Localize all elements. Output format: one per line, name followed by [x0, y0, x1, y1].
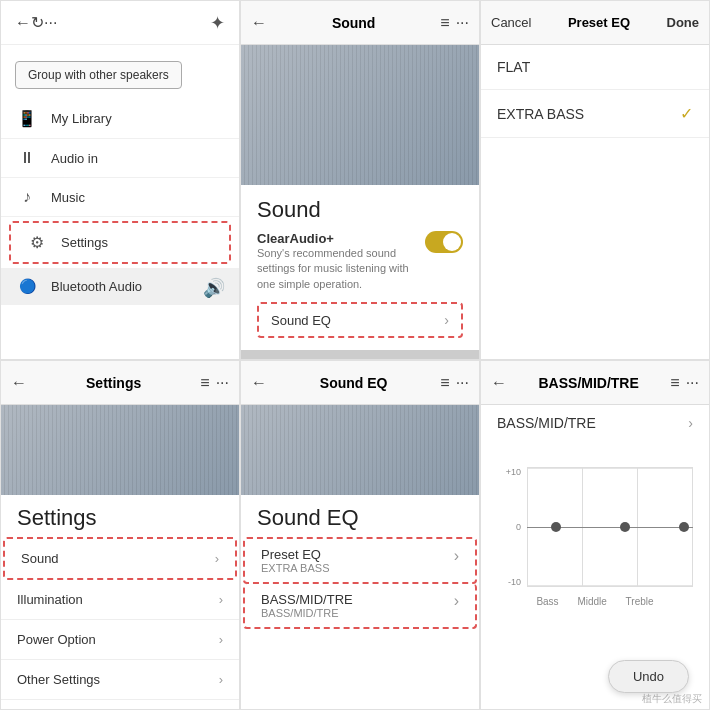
back-icon[interactable]: ← [15, 14, 31, 32]
settings-other-settings-item[interactable]: Other Settings › [1, 660, 239, 700]
settings-power-option-item[interactable]: Power Option › [1, 620, 239, 660]
sound-eq-bass-item[interactable]: BASS/MID/TRE BASS/MID/TRE › [243, 584, 477, 629]
settings-section-title: Settings [1, 495, 239, 537]
sound-eq-chevron-icon: › [444, 312, 449, 328]
sidebar-item-label: Music [51, 190, 85, 205]
sound-eq-topbar: ← Sound EQ ≡ ··· [241, 361, 479, 405]
eq-x-bass: Bass [536, 596, 558, 607]
settings-sound-chevron-icon: › [215, 551, 219, 566]
settings-back-icon[interactable]: ← [11, 374, 27, 392]
sidebar-item-music[interactable]: ♪ Music [1, 178, 239, 217]
sound-title-bar: Sound [273, 15, 434, 31]
sound-eq-preset-item[interactable]: Preset EQ EXTRA BASS › [243, 537, 477, 584]
clear-audio-label: ClearAudio+ [257, 231, 417, 246]
eq-y-labels: +10 0 -10 [497, 467, 525, 587]
settings-other-chevron-icon: › [219, 672, 223, 687]
sound-menu-icon[interactable]: ≡ [440, 14, 449, 32]
eq-handle-mid[interactable] [620, 522, 630, 532]
sidebar-item-label: Bluetooth Audio [51, 279, 142, 294]
sound-eq-background-image [241, 405, 479, 495]
sidebar-item-label: Audio in [51, 151, 98, 166]
eq-y-mid: 0 [516, 522, 521, 532]
clear-audio-desc: Sony's recommended sound settings for mu… [257, 246, 417, 292]
eq-chart: +10 0 -10 [497, 447, 693, 607]
preset-extra-bass-item[interactable]: EXTRA BASS ✓ [481, 90, 709, 138]
preset-eq-done-button[interactable]: Done [667, 15, 700, 30]
bass-mid-tre-panel: ← BASS/MID/TRE ≡ ··· BASS/MID/TRE › +10 … [480, 360, 710, 710]
eq-handle-treble[interactable] [679, 522, 689, 532]
preset-eq-cancel-button[interactable]: Cancel [491, 15, 531, 30]
eq-handle-bass[interactable] [551, 522, 561, 532]
sidebar-item-settings[interactable]: ⚙ Settings [9, 221, 231, 264]
music-icon: ♪ [15, 188, 39, 206]
eq-y-top: +10 [506, 467, 521, 477]
clear-audio-toggle[interactable] [425, 231, 463, 253]
preset-eq-info: Preset EQ EXTRA BASS [261, 547, 329, 574]
eq-x-middle: Middle [577, 596, 606, 607]
sidebar-panel: ← ↻ ··· ✦ Group with other speakers 📱 My… [0, 0, 240, 360]
preset-eq-title: Preset EQ [537, 15, 660, 30]
eq-y-bot: -10 [508, 577, 521, 587]
settings-menu-icon[interactable]: ≡ [200, 374, 209, 392]
preset-flat-item[interactable]: FLAT [481, 45, 709, 90]
clear-audio-info: ClearAudio+ Sony's recommended sound set… [257, 231, 417, 292]
audio-in-icon: ⏸ [15, 149, 39, 167]
bass-mid-tre-more-icon[interactable]: ··· [686, 374, 699, 392]
sidebar-topbar: ← ↻ ··· ✦ [1, 1, 239, 45]
bass-mid-tre-back-icon[interactable]: ← [491, 374, 507, 392]
settings-other-label: Other Settings [17, 672, 100, 687]
sound-background-image [241, 45, 479, 185]
settings-illumination-item[interactable]: Illumination › [1, 580, 239, 620]
group-with-speakers-button[interactable]: Group with other speakers [15, 61, 182, 89]
sound-eq-more-icon[interactable]: ··· [456, 374, 469, 392]
bass-mid-tre-info: BASS/MID/TRE BASS/MID/TRE [261, 592, 353, 619]
bass-content-area: BASS/MID/TRE › +10 0 -10 [481, 405, 709, 627]
sidebar-item-audio-in[interactable]: ⏸ Audio in [1, 139, 239, 178]
bass-section-title: BASS/MID/TRE › [497, 415, 693, 431]
sound-eq-row[interactable]: Sound EQ › [257, 302, 463, 338]
bass-mid-tre-topbar: ← BASS/MID/TRE ≡ ··· [481, 361, 709, 405]
sound-content-area: Sound ClearAudio+ Sony's recommended sou… [241, 185, 479, 350]
more-icon[interactable]: ··· [44, 14, 57, 32]
settings-sound-label: Sound [21, 551, 59, 566]
bass-mid-tre-label: BASS/MID/TRE [261, 592, 353, 607]
preset-extra-bass-label: EXTRA BASS [497, 106, 584, 122]
sidebar-item-my-library[interactable]: 📱 My Library [1, 99, 239, 139]
watermark: 植牛么值得买 [642, 692, 702, 706]
preset-flat-label: FLAT [497, 59, 530, 75]
settings-illumination-chevron-icon: › [219, 592, 223, 607]
bass-section-label: BASS/MID/TRE [497, 415, 596, 431]
sound-section-title: Sound [257, 197, 463, 223]
preset-eq-menu-label: Preset EQ [261, 547, 329, 562]
sound-more-icon[interactable]: ··· [456, 14, 469, 32]
eq-x-treble: Treble [626, 596, 654, 607]
eq-x-labels: Bass Middle Treble [497, 592, 693, 607]
settings-sound-item[interactable]: Sound › [3, 537, 237, 580]
sidebar-item-label: My Library [51, 111, 112, 126]
sidebar-item-label: Settings [61, 235, 108, 250]
settings-more-icon[interactable]: ··· [216, 374, 229, 392]
bass-mid-tre-sub: BASS/MID/TRE [261, 607, 353, 619]
settings-topbar: ← Settings ≡ ··· [1, 361, 239, 405]
clear-audio-row: ClearAudio+ Sony's recommended sound set… [257, 231, 463, 292]
eq-grid-top [528, 468, 692, 469]
bass-section-chevron-icon: › [688, 415, 693, 431]
sound-eq-back-icon[interactable]: ← [251, 374, 267, 392]
settings-icon: ⚙ [25, 233, 49, 252]
bass-mid-tre-title-bar: BASS/MID/TRE [513, 375, 664, 391]
bluetooth-nav-icon: 🔵 [15, 278, 39, 294]
settings-title-bar: Settings [33, 375, 194, 391]
bass-mid-tre-menu-icon[interactable]: ≡ [670, 374, 679, 392]
sound-eq-section-title: Sound EQ [241, 495, 479, 537]
refresh-icon[interactable]: ↻ [31, 13, 44, 32]
sound-panel: ← Sound ≡ ··· Sound ClearAudio+ Sony's r… [240, 0, 480, 360]
undo-button[interactable]: Undo [608, 660, 689, 693]
sound-back-icon[interactable]: ← [251, 14, 267, 32]
volume-icon[interactable]: 🔊 [203, 277, 225, 299]
preset-eq-menu-sub: EXTRA BASS [261, 562, 329, 574]
bluetooth-icon: ✦ [210, 12, 225, 34]
sound-eq-menu-icon[interactable]: ≡ [440, 374, 449, 392]
library-icon: 📱 [15, 109, 39, 128]
sound-eq-title-bar: Sound EQ [273, 375, 434, 391]
sound-eq-panel: ← Sound EQ ≡ ··· Sound EQ Preset EQ EXTR… [240, 360, 480, 710]
